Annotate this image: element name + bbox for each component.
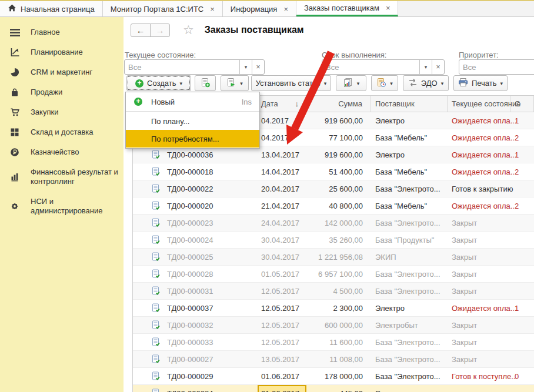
filter-priority-input[interactable]: Все [459,59,534,75]
sidebar-item-label: Склад и доставка [31,128,94,137]
sidebar-item-crm[interactable]: CRM и маркетинг [0,62,124,82]
order-sum: 11 008,00 [306,355,371,364]
order-clipped-column: 0 [510,372,534,381]
order-date: 04.2017 [258,133,306,142]
order-supplier: Электро [371,150,448,159]
order-number: ТД00-000025 [167,253,213,262]
order-clipped-column: 1 [510,116,534,125]
sidebar-item-kaznacheystvo[interactable]: Казначейство [0,142,124,162]
order-supplier: База "Электрото... [371,338,448,347]
tab-monitor-portala[interactable]: Монитор Портала 1С:ИТС × [103,1,223,16]
sidebar-item-glavnoe[interactable]: Главное [0,22,124,42]
tab-label: Информация [231,5,278,14]
table-row[interactable]: ТД00-000037 12.05.2017 2 300,00 Электро … [133,300,534,317]
deadlines-button[interactable]: ▾ [371,75,398,91]
back-button[interactable]: ← [131,24,151,37]
table-row[interactable]: ТД00-000029 01.06.2017 178 000,00 База "… [133,368,534,385]
reports-button[interactable]: ▾ [336,75,366,91]
clear-icon[interactable]: × [252,60,264,74]
edo-button[interactable]: ЭДО ▾ [403,75,449,91]
copy-document-button[interactable] [195,75,216,91]
order-date: 30.04.2017 [258,236,306,244]
sidebar-item-finrezultat[interactable]: Финансовый результат и контроллинг [0,162,124,192]
chevron-down-icon[interactable]: ▾ [419,60,432,74]
table-row[interactable]: ТД00-000022 20.04.2017 25 600,00 База "Э… [133,180,534,197]
sidebar-item-planirovanie[interactable]: Планирование [0,42,124,62]
order-supplier: База "Электрото... [371,355,448,364]
clear-icon[interactable]: × [432,60,444,74]
tab-zakazy-postavshchikam[interactable]: Заказы поставщикам × [296,1,398,16]
menu-item-shortcut: Ins [242,98,252,106]
shopping-cart-icon [8,108,21,117]
set-status-button[interactable]: Установить статус ▾ [251,75,331,91]
table-row[interactable]: ТД00-000027 13.05.2017 11 008,00 База "Э… [133,351,534,368]
create-based-on-button[interactable]: ▾ [221,75,249,91]
filter-due-date-input[interactable]: Все ▾ × [322,59,445,75]
menu-item-po-planu[interactable]: По плану... [126,112,259,130]
close-icon[interactable]: × [386,4,391,12]
order-clipped-column: 2 [510,167,534,176]
order-number: ТД00-000029 [167,372,213,381]
column-header-clipped[interactable]: С [510,96,534,112]
chevron-down-icon[interactable]: ▾ [239,60,252,74]
order-number: ТД00-000027 [167,355,213,364]
tab-home[interactable]: Начальная страница [0,1,103,16]
order-sum: 40 800,00 [306,202,371,210]
close-icon[interactable]: × [283,5,288,14]
table-row[interactable]: ТД00-000031 12.05.2017 4 500,00 База "Эл… [133,283,534,300]
edo-label: ЭДО [421,79,438,88]
filter-current-state-input[interactable]: Все ▾ × [124,59,265,75]
sidebar-item-prodazhi[interactable]: Продажи [0,82,124,102]
order-supplier: ЭКИП [371,253,448,262]
table-row[interactable]: ТД00-000034 01.06.2017 445,00 Э [133,385,534,392]
sidebar-item-nsi-administrirovanie[interactable]: НСИ и администрирование [0,192,124,221]
menu-item-po-potrebnostyam[interactable]: По потребностям... [126,130,259,148]
favorite-star-icon[interactable]: ☆ [183,23,194,37]
column-header-sum[interactable]: Сумма [306,96,371,112]
chevron-down-icon: ▾ [357,81,360,86]
warehouse-grid-icon [8,128,21,137]
sidebar-item-zakupki[interactable]: Закупки [0,102,124,122]
order-number: ТД00-000037 [167,304,213,313]
order-sum: 77 100,00 [306,133,371,142]
table-row[interactable]: ТД00-000023 24.04.2017 142 000,00 База "… [133,215,534,232]
close-icon[interactable]: × [210,5,215,14]
sidebar-item-label: Продажи [31,88,62,97]
tab-informaciya[interactable]: Информация × [223,1,296,16]
order-current-state: Закрыт [448,338,510,347]
table-row[interactable]: ТД00-000020 21.04.2017 40 800,00 База "М… [133,197,534,215]
table-row[interactable]: ТД00-000036 13.04.2017 919 600,00 Электр… [133,146,534,163]
table-row[interactable]: ТД00-000028 01.05.2017 6 957 100,00 База… [133,266,534,283]
order-sum: 178 000,00 [306,372,371,381]
column-header-date[interactable]: Дата ↓ [258,96,306,112]
document-icon [152,388,160,392]
column-header-current-state[interactable]: Текущее состояние [448,96,510,112]
shopping-bag-icon [8,88,21,97]
table-row[interactable]: ТД00-000032 12.05.2017 600 000,00 Электр… [133,317,534,334]
set-status-label: Установить статус [256,79,321,88]
order-supplier: Электробыт [371,321,448,330]
forward-button[interactable]: → [150,24,170,37]
table-row[interactable]: ТД00-000024 30.04.2017 35 260,00 База "П… [133,232,534,249]
table-row[interactable]: ТД00-000033 12.05.2017 11 600,00 База "Э… [133,334,534,351]
column-header-supplier[interactable]: Поставщик [371,96,448,112]
create-based-on-icon [226,78,236,89]
print-button[interactable]: Печать ▾ [453,75,508,91]
order-supplier: База "Мебель" [371,202,448,210]
order-date: 13.04.2017 [258,150,306,159]
menu-item-label: По потребностям... [151,135,219,143]
create-button[interactable]: + Создать ▾ [126,75,191,91]
order-current-state: Ожидается опла... [448,116,510,125]
order-supplier: База "Мебель" [371,133,448,142]
document-icon [152,150,160,159]
order-sum: 2 300,00 [306,304,371,313]
sidebar-item-sklad[interactable]: Склад и доставка [0,122,124,142]
order-sum: 919 600,00 [306,150,371,159]
table-row[interactable]: ТД00-000025 30.04.2017 1 221 956,08 ЭКИП… [133,249,534,266]
document-icon [152,201,160,210]
table-row[interactable]: ТД00-000018 14.04.2017 51 400,00 База "М… [133,163,534,180]
order-clipped-column: 1 [510,150,534,159]
menu-item-new[interactable]: + Новый Ins [126,93,259,110]
sidebar-item-label: CRM и маркетинг [31,68,92,77]
menu-icon [8,28,21,37]
